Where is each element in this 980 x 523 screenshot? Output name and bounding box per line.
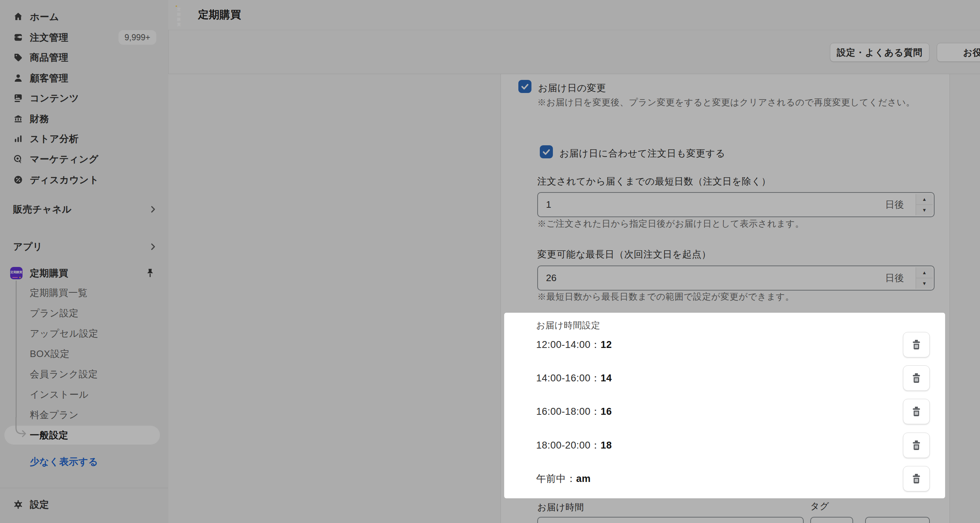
time-slot-value: am — [576, 473, 591, 485]
time-slot-row: 午前中：am — [504, 466, 945, 491]
time-slot-value: 12 — [600, 339, 612, 350]
delete-time-slot-button[interactable] — [903, 332, 930, 357]
panel-title: お届け時間設定 — [536, 319, 600, 331]
time-slot-row: 14:00-16:00：14 — [504, 365, 945, 391]
app-window: ホーム 注文管理 9,999+ 商品管理 顧客管理 コンテンツ 財務 ストア分析 — [0, 0, 980, 523]
time-slot-value: 14 — [600, 372, 612, 384]
delete-time-slot-button[interactable] — [903, 433, 930, 458]
time-slot-value: 18 — [600, 440, 612, 451]
time-slot-row: 16:00-18:00：16 — [504, 399, 945, 424]
trash-icon — [910, 405, 923, 418]
delivery-time-settings-panel: お届け時間設定 12:00-14:00：12 14:00-16:00：14 16… — [504, 313, 945, 498]
trash-icon — [910, 439, 923, 452]
time-slot-label: 16:00-18:00： — [536, 405, 600, 418]
time-slot-row: 18:00-20:00：18 — [504, 433, 945, 458]
time-slot-row: 12:00-14:00：12 — [504, 332, 945, 357]
delete-time-slot-button[interactable] — [903, 399, 930, 424]
trash-icon — [910, 372, 923, 384]
time-slot-label: 14:00-16:00： — [536, 372, 600, 385]
trash-icon — [910, 472, 923, 485]
time-slot-label: 午前中： — [536, 472, 576, 485]
delete-time-slot-button[interactable] — [903, 365, 930, 391]
trash-icon — [910, 339, 923, 351]
time-slot-value: 16 — [600, 406, 612, 417]
delete-time-slot-button[interactable] — [903, 466, 930, 491]
time-slot-label: 12:00-14:00： — [536, 338, 600, 351]
time-slot-label: 18:00-20:00： — [536, 439, 600, 452]
